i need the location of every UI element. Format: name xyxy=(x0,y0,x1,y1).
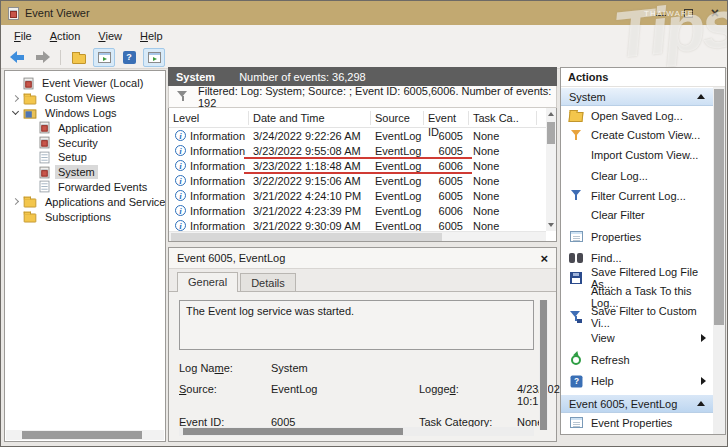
custom-views-folder-icon xyxy=(24,95,37,104)
annotation-red-underline xyxy=(244,157,472,159)
console-window-button[interactable] xyxy=(93,48,115,67)
back-button[interactable] xyxy=(6,48,28,67)
refresh-icon xyxy=(571,355,581,365)
event-list-pane: System Number of events: 36,298 Filtered… xyxy=(168,67,557,442)
actions-section-event[interactable]: Event 6005, EventLog xyxy=(561,394,713,413)
menu-action[interactable]: Action xyxy=(41,28,90,44)
create-custom-view-icon xyxy=(571,130,582,141)
collapse-section-icon[interactable] xyxy=(697,401,705,406)
tree-item-security[interactable]: Security xyxy=(5,135,165,150)
column-header-level[interactable]: Level xyxy=(169,111,249,125)
scroll-down-icon[interactable] xyxy=(548,223,554,227)
open-folder-icon xyxy=(72,54,86,64)
table-row[interactable]: Information 3/24/2022 9:22:26 AM EventLo… xyxy=(169,128,546,143)
help-icon xyxy=(123,51,136,64)
submenu-chevron-icon xyxy=(701,334,706,342)
preview-general-content: The Event log service was started. Log N… xyxy=(169,291,556,441)
maximize-button[interactable] xyxy=(684,9,693,18)
event-preview-pane: Event 6005, EventLog × General Details T… xyxy=(168,247,557,442)
save-floppy-icon xyxy=(570,272,582,284)
scrollbar-thumb[interactable] xyxy=(547,122,555,144)
column-header-source[interactable]: Source xyxy=(371,111,424,125)
logged-label: Logged: xyxy=(419,383,517,407)
minimize-button[interactable] xyxy=(656,15,666,16)
expander-collapsed-icon[interactable] xyxy=(12,198,19,205)
action-refresh[interactable]: Refresh xyxy=(561,350,713,370)
preview-close-icon[interactable]: × xyxy=(540,251,548,266)
source-value: EventLog xyxy=(271,383,419,407)
subscriptions-folder-icon xyxy=(24,214,37,223)
back-icon xyxy=(10,51,25,63)
tree-item-event-viewer-local[interactable]: Event Viewer (Local) xyxy=(5,76,165,91)
collapse-section-icon[interactable] xyxy=(697,94,705,99)
open-saved-log-toolbar-button[interactable] xyxy=(68,48,90,67)
preview-tabs: General Details xyxy=(169,269,556,291)
log-header-bar: System Number of events: 36,298 xyxy=(168,67,557,86)
tree-item-subscriptions[interactable]: Subscriptions xyxy=(5,209,165,224)
console-tree-panel: Event Viewer (Local) Custom Views Window… xyxy=(4,70,166,442)
tree-item-custom-views[interactable]: Custom Views xyxy=(5,91,165,106)
filter-notice-bar: Filtered: Log: System; Source: ; Event I… xyxy=(168,86,557,108)
table-row[interactable]: Information 3/21/2022 4:24:10 PM EventLo… xyxy=(169,188,546,203)
preview-horizontal-scrollbar[interactable] xyxy=(179,427,534,436)
close-button[interactable]: × xyxy=(711,6,719,20)
filter-icon xyxy=(177,91,188,102)
information-icon xyxy=(175,205,186,216)
help-toolbar-button[interactable] xyxy=(118,48,140,67)
tab-general[interactable]: General xyxy=(177,272,238,292)
table-row[interactable]: Information 3/22/2022 9:15:06 AM EventLo… xyxy=(169,173,546,188)
tree-item-setup[interactable]: Setup xyxy=(5,150,165,165)
column-header-event-id[interactable]: Event ID xyxy=(424,111,469,125)
log-file-icon xyxy=(40,181,50,193)
expander-expanded-icon[interactable] xyxy=(12,108,19,115)
table-row[interactable]: Information 3/21/2022 4:23:39 PM EventLo… xyxy=(169,203,546,218)
action-help[interactable]: Help xyxy=(561,372,713,392)
column-header-task[interactable]: Task Ca.. xyxy=(469,111,537,125)
tree-item-forwarded-events[interactable]: Forwarded Events xyxy=(5,180,165,195)
action-open-saved-log[interactable]: Open Saved Log... xyxy=(561,106,713,126)
properties-icon xyxy=(570,231,583,242)
table-vertical-scrollbar[interactable] xyxy=(546,108,556,231)
expander-collapsed-icon[interactable] xyxy=(12,95,19,102)
windows-logs-folder-icon xyxy=(24,109,37,118)
action-properties[interactable]: Properties xyxy=(561,227,713,247)
action-import-custom-view[interactable]: Import Custom View... xyxy=(561,145,713,165)
event-description[interactable]: The Event log service was started. xyxy=(179,300,534,350)
action-filter-current-log[interactable]: Filter Current Log... xyxy=(561,186,713,206)
window-title: Event Viewer xyxy=(25,7,90,19)
log-name: System xyxy=(176,71,215,83)
action-event-properties[interactable]: Event Properties xyxy=(561,413,713,433)
log-name-label: Log Name: xyxy=(179,362,271,374)
menu-help[interactable]: Help xyxy=(131,28,172,44)
tree-item-applications-and-services-log[interactable]: Applications and Services Log xyxy=(5,194,165,209)
action-view[interactable]: View xyxy=(561,329,713,349)
log-file-icon xyxy=(40,122,50,134)
actions-section-system[interactable]: System xyxy=(561,87,713,106)
log-file-icon xyxy=(40,166,50,178)
table-row[interactable]: Information 3/23/2022 1:18:48 AM EventLo… xyxy=(169,158,546,173)
forward-button[interactable] xyxy=(31,48,53,67)
tree-item-system[interactable]: System xyxy=(5,165,165,180)
show-console-tree-button[interactable] xyxy=(143,48,165,67)
tree-item-windows-logs[interactable]: Windows Logs xyxy=(5,106,165,121)
column-header-date[interactable]: Date and Time xyxy=(249,111,371,125)
actions-vertical-scrollbar[interactable] xyxy=(713,87,725,434)
table-row[interactable]: Information 3/23/2022 9:55:08 AM EventLo… xyxy=(169,143,546,158)
open-saved-log-icon xyxy=(568,112,583,122)
table-horizontal-scrollbar[interactable] xyxy=(169,231,546,241)
tree-item-application[interactable]: Application xyxy=(5,120,165,135)
action-save-filter-to-custom-view[interactable]: Save Filter to Custom Vi... xyxy=(561,307,713,327)
tree-horizontal-scrollbar[interactable] xyxy=(6,430,164,440)
find-binoculars-icon xyxy=(569,253,583,263)
submenu-chevron-icon xyxy=(701,377,706,385)
table-header-row: Level Date and Time Source Event ID Task… xyxy=(169,108,546,128)
scroll-up-icon[interactable] xyxy=(548,112,554,116)
menu-file[interactable]: File xyxy=(5,28,41,44)
action-clear-log[interactable]: Clear Log... xyxy=(561,167,713,187)
action-clear-filter[interactable]: Clear Filter xyxy=(561,206,713,226)
preview-vertical-scrollbar[interactable] xyxy=(539,300,548,430)
tab-details[interactable]: Details xyxy=(240,273,296,291)
menu-view[interactable]: View xyxy=(89,28,131,44)
action-create-custom-view[interactable]: Create Custom View... xyxy=(561,126,713,146)
event-table: Level Date and Time Source Event ID Task… xyxy=(168,108,557,242)
